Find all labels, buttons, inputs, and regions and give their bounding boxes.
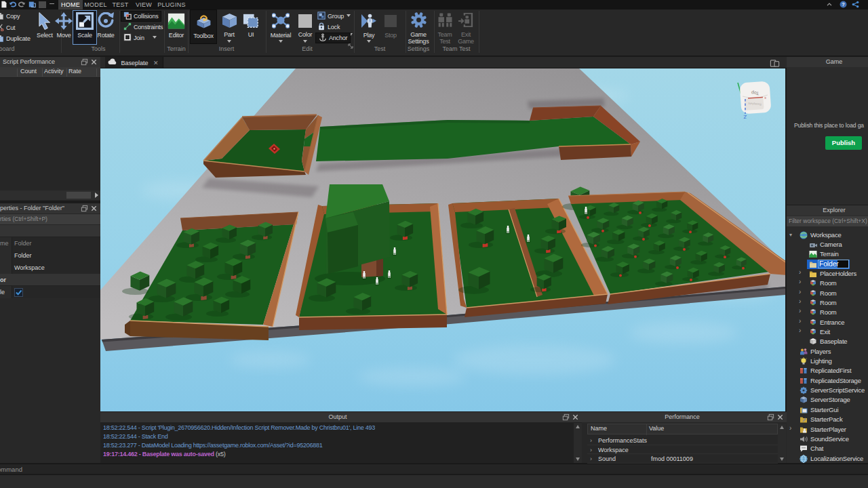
- color-button[interactable]: Color: [293, 11, 317, 44]
- collapse-ribbon-icon[interactable]: [827, 3, 832, 6]
- tree-item-baseplate[interactable]: Baseplate: [787, 337, 868, 346]
- script-performance-hscrollbar[interactable]: [0, 190, 100, 200]
- performance-row-performancestats[interactable]: ›PerformanceStats: [587, 436, 778, 445]
- property-value[interactable]: Folder: [12, 249, 100, 262]
- tree-item-terrain[interactable]: Terrain: [787, 249, 868, 259]
- menu-tab-plugins[interactable]: PLUGINS: [156, 0, 187, 9]
- tree-item-players[interactable]: Players: [787, 347, 868, 357]
- performance-row-sound[interactable]: ›Soundfmod 00011009: [587, 454, 778, 464]
- tree-expand-arrow[interactable]: ›: [799, 308, 801, 314]
- ribbon-button-duplicate[interactable]: Duplicate: [0, 34, 31, 43]
- command-bar[interactable]: ommand: [0, 464, 868, 474]
- group-button[interactable]: Group: [317, 12, 351, 21]
- tree-item-workspace[interactable]: ▾Workspace: [787, 230, 868, 240]
- properties-filter-input[interactable]: rties (Ctrl+Shift+P): [0, 214, 100, 224]
- performance-title-icons: [767, 413, 784, 424]
- tree-item-soundservice[interactable]: SoundService: [787, 434, 868, 444]
- tree-expand-arrow[interactable]: ▾: [789, 232, 792, 238]
- menu-tab-test[interactable]: TEST: [109, 0, 132, 9]
- tree-item-folder[interactable]: Folder: [787, 260, 868, 269]
- vscroll-down-arrow[interactable]: [780, 458, 784, 461]
- tree-item-placeholders[interactable]: ›PlaceHolders: [787, 269, 868, 279]
- tree-expand-arrow[interactable]: ›: [799, 328, 801, 333]
- toolbox-button[interactable]: Toolbox: [191, 10, 216, 43]
- tree-expand-arrow[interactable]: ›: [789, 426, 791, 431]
- vscroll-up-arrow[interactable]: [780, 426, 784, 429]
- tree-item-starterplayer[interactable]: ›StarterPlayer: [787, 425, 868, 434]
- lock-button[interactable]: Lock: [317, 22, 340, 32]
- tree-item-replicatedstorage[interactable]: ReplicatedStorage: [787, 376, 868, 386]
- ribbon-button-cut[interactable]: Cut: [0, 23, 15, 33]
- material-caret-icon[interactable]: [279, 40, 283, 43]
- tree-item-replicatedfirst[interactable]: ReplicatedFirst: [787, 366, 868, 375]
- group-caret-icon[interactable]: [347, 14, 351, 17]
- tree-item-camera[interactable]: Camera: [787, 240, 868, 249]
- publish-button[interactable]: Publish: [825, 136, 862, 150]
- tool-button-move[interactable]: Move: [52, 11, 75, 44]
- viewport-3d[interactable]: TopBaseplatexZ: [100, 68, 785, 411]
- tree-item-room[interactable]: ›Room: [787, 289, 868, 298]
- vscroll-up-arrow[interactable]: [576, 425, 580, 428]
- row-expand-arrow[interactable]: ›: [590, 445, 592, 455]
- tree-item-room[interactable]: ›Room: [787, 298, 868, 308]
- tree-expand-arrow[interactable]: ›: [799, 289, 801, 295]
- performance-vscrollbar[interactable]: [778, 424, 786, 463]
- menu-tab-home[interactable]: HOME: [58, 0, 83, 9]
- tool-button-scale[interactable]: Scale: [73, 11, 96, 44]
- tree-expand-arrow[interactable]: ›: [799, 270, 801, 275]
- tree-item-entrance[interactable]: ›Entrance: [787, 318, 868, 327]
- play-button[interactable]: Play: [357, 11, 381, 44]
- property-value[interactable]: Folder: [12, 237, 100, 249]
- join-caret-icon[interactable]: [153, 36, 157, 39]
- tree-item-serverscriptservice[interactable]: ServerScriptService: [787, 386, 868, 395]
- hscrollbar-thumb[interactable]: [66, 192, 91, 199]
- ribbon-button-collisions[interactable]: Collisions: [121, 12, 161, 21]
- terrain-editor-button[interactable]: Editor: [163, 11, 190, 44]
- ribbon-button-copy[interactable]: Copy: [0, 12, 20, 21]
- tree-item-chat[interactable]: Chat: [787, 444, 868, 453]
- tree-item-lighting[interactable]: Lighting: [787, 357, 868, 366]
- column-header-value[interactable]: Value: [649, 425, 664, 432]
- tab-baseplate[interactable]: Baseplate ✕: [105, 57, 163, 68]
- menu-tab-model[interactable]: MODEL: [83, 0, 108, 9]
- row-expand-arrow[interactable]: ›: [590, 436, 592, 445]
- tree-item-room[interactable]: ›Room: [787, 279, 868, 288]
- color-caret-icon[interactable]: [303, 40, 307, 43]
- tree-item-starterpack[interactable]: StarterPack: [787, 415, 868, 424]
- ribbon-button-join[interactable]: Join: [121, 33, 159, 43]
- column-header-activity[interactable]: Activity: [44, 68, 64, 75]
- row-expand-arrow[interactable]: ›: [590, 454, 592, 464]
- explorer-filter-input[interactable]: Filter workspace (Ctrl+Shift+X): [787, 216, 868, 226]
- tree-item-localizationservice[interactable]: LocalizationService: [787, 454, 868, 463]
- tab-close-icon[interactable]: ✕: [153, 60, 159, 66]
- property-value[interactable]: Workspace: [12, 262, 100, 274]
- tree-item-exit[interactable]: ›Exit: [787, 327, 868, 337]
- tree-expand-arrow[interactable]: ›: [799, 279, 801, 285]
- tree-expand-arrow[interactable]: ›: [799, 299, 801, 304]
- column-header-rate[interactable]: Rate: [68, 68, 81, 75]
- edit-dialog-launcher-icon[interactable]: [348, 43, 353, 49]
- hscrollbar-right-arrow[interactable]: [95, 192, 98, 198]
- tree-expand-arrow[interactable]: ›: [799, 319, 801, 324]
- stop-button[interactable]: Stop: [378, 11, 403, 44]
- ribbon-button-constraints[interactable]: Constraints: [121, 22, 165, 32]
- column-header-count[interactable]: Count: [20, 68, 37, 75]
- tree-rename-input[interactable]: Folder: [818, 260, 849, 269]
- tool-button-rotate[interactable]: Rotate: [94, 11, 117, 44]
- anchor-button[interactable]: Anchor: [316, 33, 350, 43]
- tree-item-startergui[interactable]: StarterGui: [787, 405, 868, 415]
- part-caret-icon[interactable]: [227, 40, 231, 43]
- tree-item-room[interactable]: ›Room: [787, 308, 868, 317]
- column-header-name[interactable]: Name: [591, 425, 607, 432]
- vscroll-down-arrow[interactable]: [576, 458, 580, 461]
- ui-button[interactable]: UI: [240, 11, 262, 44]
- quick-access-swatch[interactable]: [39, 1, 46, 8]
- tree-item-serverstorage[interactable]: ServerStorage: [787, 395, 868, 405]
- material-button[interactable]: Material: [267, 11, 294, 44]
- menu-tab-view[interactable]: VIEW: [132, 0, 155, 9]
- performance-row-workspace[interactable]: ›Workspace: [587, 445, 778, 455]
- part-button[interactable]: Part: [217, 11, 241, 44]
- archivable-checkbox[interactable]: [14, 288, 23, 297]
- output-vscrollbar[interactable]: [574, 423, 582, 463]
- play-caret-icon[interactable]: [367, 40, 371, 43]
